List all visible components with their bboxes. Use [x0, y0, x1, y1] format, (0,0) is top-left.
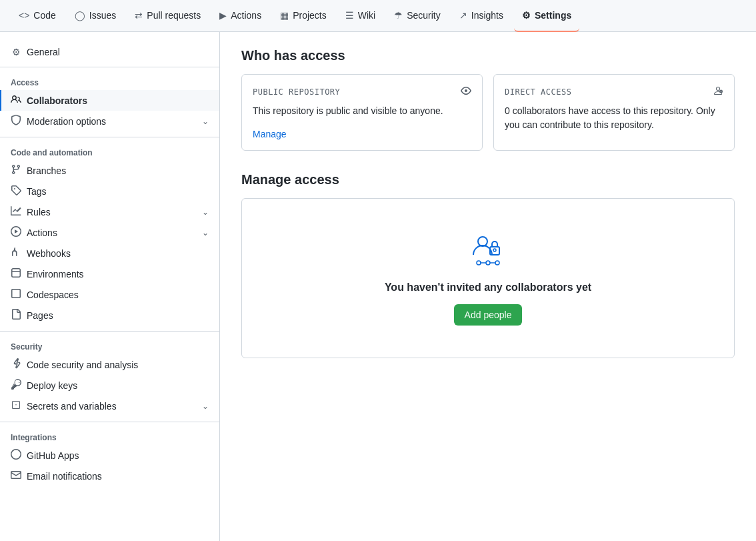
sidebar-item-codespaces[interactable]: Codespaces	[0, 284, 219, 305]
sidebar-item-branches[interactable]: Branches	[0, 160, 219, 181]
branches-icon	[11, 164, 21, 177]
code-icon: <>	[19, 10, 29, 21]
sidebar-email-label: Email notifications	[27, 471, 102, 482]
person-lock-icon	[713, 85, 723, 99]
sidebar-item-environments[interactable]: Environments	[0, 263, 219, 284]
nav-actions-label: Actions	[231, 10, 261, 21]
sidebar-item-pages[interactable]: Pages	[0, 305, 219, 326]
sidebar-rules-label: Rules	[27, 207, 51, 217]
nav-security[interactable]: ☂ Security	[386, 0, 449, 32]
sidebar-item-email-notifications[interactable]: Email notifications	[0, 466, 219, 486]
add-people-button[interactable]: Add people	[454, 304, 523, 326]
nav-pull-requests[interactable]: ⇄ Pull requests	[127, 0, 209, 32]
sidebar-item-moderation[interactable]: Moderation options ⌄	[0, 111, 219, 131]
sidebar-item-actions[interactable]: Actions ⌄	[0, 222, 219, 243]
nav-issues[interactable]: ◯ Issues	[67, 0, 124, 32]
sidebar-section-access: Access	[0, 73, 219, 90]
direct-access-card: DIRECT ACCESS 0 collaborators have acces…	[493, 74, 735, 151]
nav-projects[interactable]: ▦ Projects	[272, 0, 335, 32]
sidebar-general-label: General	[27, 47, 60, 57]
nav-code[interactable]: <> Code	[11, 0, 64, 32]
pages-icon	[11, 309, 21, 322]
card-header-public: PUBLIC REPOSITORY	[253, 85, 471, 99]
svg-point-4	[486, 261, 490, 265]
projects-icon: ▦	[280, 10, 289, 21]
sidebar-moderation-label: Moderation options	[27, 116, 106, 127]
sidebar-pages-label: Pages	[27, 310, 53, 321]
no-collab-msg: You haven't invited any collaborators ye…	[258, 282, 718, 294]
nav-insights[interactable]: ↗ Insights	[451, 0, 511, 32]
actions-icon: ▶	[219, 10, 227, 21]
rules-icon	[11, 205, 21, 218]
nav-insights-label: Insights	[471, 10, 503, 21]
sidebar-actions-label: Actions	[27, 227, 57, 238]
collaborators-icon	[11, 94, 21, 107]
code-security-icon	[11, 358, 21, 371]
sidebar-webhooks-label: Webhooks	[27, 248, 71, 259]
nav-code-label: Code	[33, 10, 55, 21]
nav-wiki-label: Wiki	[358, 10, 375, 21]
sidebar-section-security: Security	[0, 337, 219, 354]
sidebar-deploy-keys-label: Deploy keys	[27, 380, 77, 391]
manage-link[interactable]: Manage	[253, 129, 287, 139]
collab-illustration	[468, 231, 508, 271]
webhooks-icon	[11, 247, 21, 259]
secrets-icon	[11, 400, 21, 412]
sidebar-github-apps-label: GitHub Apps	[27, 450, 79, 461]
manage-access-box: You haven't invited any collaborators ye…	[241, 198, 735, 358]
layout: ⚙ General Access Collaborators Moderatio…	[0, 32, 756, 541]
nav-wiki[interactable]: ☰ Wiki	[337, 0, 383, 32]
sidebar-item-tags[interactable]: Tags	[0, 181, 219, 201]
sidebar-item-rules[interactable]: Rules ⌄	[0, 201, 219, 222]
general-icon: ⚙	[11, 47, 21, 57]
secrets-chevron-icon: ⌄	[202, 402, 209, 411]
card-desc-direct: 0 collaborators have access to this repo…	[505, 104, 723, 132]
top-nav: <> Code ◯ Issues ⇄ Pull requests ▶ Actio…	[0, 0, 756, 32]
card-type-direct: DIRECT ACCESS	[505, 87, 571, 97]
settings-icon: ⚙	[522, 10, 531, 21]
svg-point-5	[495, 261, 499, 265]
sidebar-item-github-apps[interactable]: GitHub Apps	[0, 445, 219, 466]
codespaces-icon	[11, 288, 21, 301]
svg-point-3	[477, 261, 481, 265]
svg-point-0	[478, 237, 487, 246]
sidebar-divider-1	[0, 67, 219, 67]
sidebar-item-collaborators[interactable]: Collaborators	[0, 90, 219, 111]
sidebar-environments-label: Environments	[27, 269, 84, 280]
insights-icon: ↗	[459, 10, 467, 21]
nav-actions[interactable]: ▶ Actions	[211, 0, 269, 32]
rules-chevron-icon: ⌄	[202, 207, 209, 217]
issues-icon: ◯	[75, 10, 85, 21]
nav-projects-label: Projects	[293, 10, 327, 21]
email-icon	[11, 470, 21, 482]
card-desc-public: This repository is public and visible to…	[253, 104, 471, 118]
nav-pr-label: Pull requests	[147, 10, 201, 21]
card-header-direct: DIRECT ACCESS	[505, 85, 723, 99]
public-repo-card: PUBLIC REPOSITORY This repository is pub…	[241, 74, 483, 151]
sidebar: ⚙ General Access Collaborators Moderatio…	[0, 32, 220, 541]
sidebar-tags-label: Tags	[27, 186, 47, 197]
sidebar-item-general[interactable]: ⚙ General	[0, 43, 219, 61]
sidebar-secrets-label: Secrets and variables	[27, 401, 117, 412]
sidebar-divider-2	[0, 137, 219, 137]
page-title: Who has access	[241, 48, 735, 63]
pullrequest-icon: ⇄	[135, 10, 143, 21]
sidebar-section-integrations: Integrations	[0, 428, 219, 445]
manage-access-title: Manage access	[241, 172, 735, 187]
nav-settings[interactable]: ⚙ Settings	[514, 0, 579, 32]
eye-icon	[461, 85, 471, 99]
sidebar-item-webhooks[interactable]: Webhooks	[0, 243, 219, 263]
sidebar-item-code-security[interactable]: Code security and analysis	[0, 354, 219, 375]
nav-security-label: Security	[407, 10, 441, 21]
actions-sidebar-icon	[11, 226, 21, 239]
sidebar-item-secrets[interactable]: Secrets and variables ⌄	[0, 396, 219, 416]
sidebar-item-deploy-keys[interactable]: Deploy keys	[0, 375, 219, 396]
security-icon: ☂	[394, 10, 403, 21]
wiki-icon: ☰	[345, 10, 354, 21]
nav-settings-label: Settings	[535, 10, 571, 21]
moderation-chevron-icon: ⌄	[202, 117, 209, 126]
sidebar-collaborators-label: Collaborators	[27, 95, 87, 106]
tags-icon	[11, 185, 21, 197]
access-cards: PUBLIC REPOSITORY This repository is pub…	[241, 74, 735, 151]
sidebar-branches-label: Branches	[27, 165, 66, 176]
